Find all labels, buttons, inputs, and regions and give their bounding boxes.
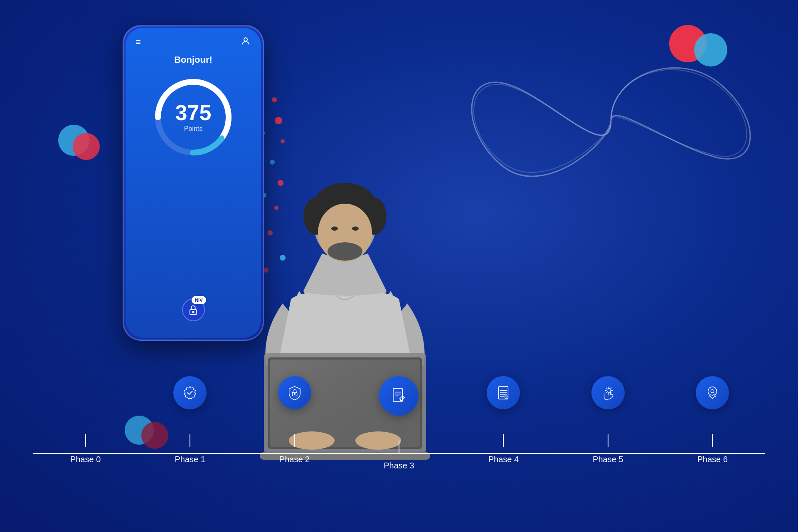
phase-item-6: Phase 6	[660, 376, 765, 434]
svg-point-5	[281, 139, 285, 143]
phase-item-0: Phase 0	[33, 376, 138, 434]
phase1-label: Phase 1	[175, 455, 205, 464]
phase0-label: Phase 0	[70, 455, 101, 464]
phase6-icon	[696, 376, 729, 409]
deco-circle-blue-top	[694, 33, 727, 66]
svg-point-7	[270, 160, 275, 165]
phase-item-2: Phase 2	[242, 376, 347, 434]
phase4-label: Phase 4	[488, 455, 519, 464]
phone-greeting: Bonjour!	[174, 54, 212, 65]
phase3-label: Phase 3	[384, 461, 414, 470]
user-icon	[241, 36, 251, 48]
phase2-tick	[294, 434, 295, 447]
phase4-icon	[487, 376, 520, 409]
timeline: Phase 0 Phase 1 Phase 2	[0, 376, 798, 441]
svg-rect-43	[505, 395, 508, 399]
phase-item-3: Phase 3	[347, 376, 451, 441]
phase1-icon	[173, 376, 207, 409]
svg-point-44	[607, 389, 611, 393]
svg-point-3	[275, 117, 282, 124]
svg-point-1	[272, 97, 277, 102]
infinity-symbol	[445, 42, 777, 208]
phase4-tick	[503, 434, 504, 447]
phase5-label: Phase 5	[593, 455, 623, 464]
menu-icon: ≡	[136, 37, 141, 47]
phase3-tick	[399, 441, 399, 453]
phase-item-1: Phase 1	[138, 376, 242, 434]
svg-point-17	[244, 38, 247, 41]
svg-point-29	[331, 227, 338, 231]
svg-rect-40	[393, 389, 403, 402]
svg-point-28	[328, 242, 362, 261]
phase-item-5: Phase 5	[556, 376, 660, 434]
phase2-icon	[278, 376, 311, 409]
svg-point-30	[352, 227, 359, 231]
phone-header: ≡	[134, 36, 253, 48]
phase5-tick	[608, 434, 608, 447]
svg-point-22	[192, 311, 194, 313]
svg-point-45	[711, 389, 714, 393]
phase6-tick	[712, 434, 713, 447]
phase5-icon	[591, 376, 625, 409]
phase0-tick	[85, 434, 86, 447]
phase3-icon	[379, 376, 419, 416]
points-ring: 375 Points	[152, 76, 235, 159]
timeline-line	[33, 453, 765, 454]
svg-point-39	[294, 393, 295, 394]
phase-item-4: Phase 4	[451, 376, 556, 434]
points-text: 375 Points	[175, 102, 212, 133]
points-label: Points	[175, 125, 212, 133]
phase2-label: Phase 2	[279, 455, 310, 464]
phase1-tick	[190, 434, 190, 447]
points-number: 375	[175, 102, 212, 123]
phase6-label: Phase 6	[697, 455, 728, 464]
deco-circle-red-left	[73, 133, 100, 160]
